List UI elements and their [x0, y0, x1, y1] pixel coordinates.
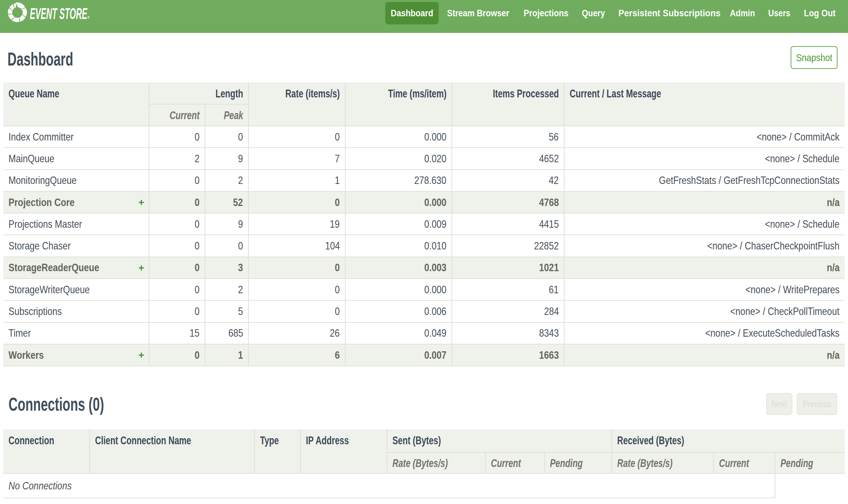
svg-text:EVENT STORE: EVENT STORE — [30, 5, 88, 22]
svg-text:®: ® — [87, 16, 90, 19]
